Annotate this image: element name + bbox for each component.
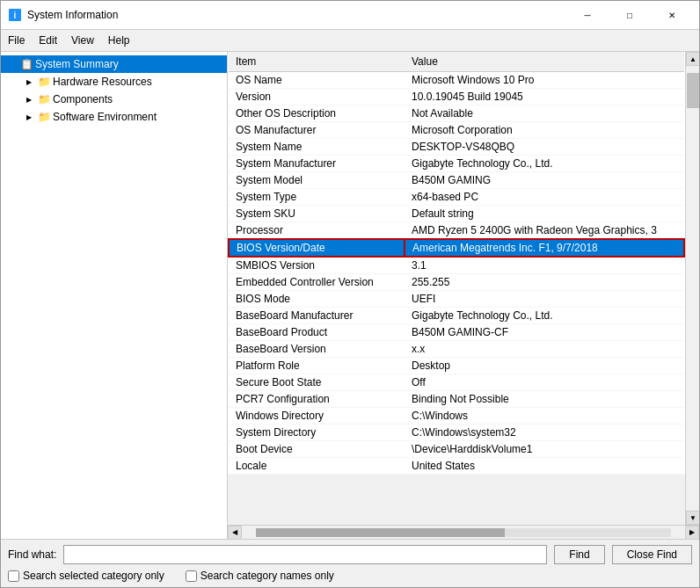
checkbox-category-names-text: Search category names only [201, 570, 334, 582]
table-row[interactable]: BaseBoard Versionx.x [229, 341, 684, 358]
col-header-item: Item [229, 52, 405, 72]
h-scrollbar-thumb[interactable] [256, 528, 505, 537]
table-row[interactable]: BaseBoard ManufacturerGigabyte Technolog… [229, 308, 684, 324]
expand-icon-software-environment: ▶ [22, 110, 36, 124]
table-container[interactable]: Item Value OS NameMicrosoft Windows 10 P… [228, 52, 685, 525]
scroll-left-btn[interactable]: ◀ [228, 526, 242, 540]
table-row[interactable]: Boot Device\Device\HarddiskVolume1 [229, 441, 684, 458]
table-cell-item: Secure Boot State [229, 374, 405, 391]
main-panel: Item Value OS NameMicrosoft Windows 10 P… [228, 52, 699, 539]
table-row[interactable]: System NameDESKTOP-VS48QBQ [229, 139, 684, 156]
table-cell-item: Processor [229, 222, 405, 240]
table-cell-item: BIOS Mode [229, 291, 405, 308]
table-row[interactable]: BIOS Version/DateAmerican Megatrends Inc… [229, 239, 684, 257]
sidebar-label-software-environment: Software Environment [53, 111, 157, 123]
table-cell-value: AMD Ryzen 5 2400G with Radeon Vega Graph… [405, 222, 684, 240]
sidebar-label-system-summary: System Summary [35, 58, 119, 70]
checkbox-selected-category[interactable] [8, 570, 19, 582]
table-row[interactable]: System SKUDefault string [229, 206, 684, 222]
table-row[interactable]: ProcessorAMD Ryzen 5 2400G with Radeon V… [229, 222, 684, 240]
find-label: Find what: [8, 548, 56, 561]
close-button[interactable]: ✕ [652, 6, 692, 24]
folder-icon-system-summary: 📋 [20, 58, 33, 70]
table-cell-item: PCR7 Configuration [229, 391, 405, 408]
table-cell-item: System SKU [229, 206, 405, 222]
table-cell-value: Default string [405, 206, 684, 222]
sidebar-item-components[interactable]: ▶ 📁 Components [1, 91, 227, 108]
folder-icon-hardware-resources: 📁 [38, 76, 51, 88]
table-row[interactable]: SMBIOS Version3.1 [229, 257, 684, 274]
table-cell-item: BaseBoard Version [229, 341, 405, 358]
table-cell-item: BIOS Version/Date [229, 239, 405, 257]
scroll-down-btn[interactable]: ▼ [686, 511, 699, 525]
table-cell-value: B450M GAMING [405, 172, 684, 189]
sidebar-item-system-summary[interactable]: 📋 System Summary [1, 55, 227, 73]
table-row[interactable]: PCR7 ConfigurationBinding Not Possible [229, 391, 684, 408]
table-cell-value: Gigabyte Technology Co., Ltd. [405, 308, 684, 324]
close-find-button[interactable]: Close Find [612, 545, 692, 564]
checkbox-category-names[interactable] [186, 570, 197, 582]
vertical-scrollbar[interactable]: ▲ ▼ [685, 52, 699, 525]
table-row[interactable]: OS ManufacturerMicrosoft Corporation [229, 122, 684, 139]
table-cell-value: Desktop [405, 358, 684, 374]
window-controls: ─ □ ✕ [567, 6, 692, 24]
table-row[interactable]: System ManufacturerGigabyte Technology C… [229, 156, 684, 172]
minimize-button[interactable]: ─ [567, 6, 608, 24]
table-row[interactable]: System Typex64-based PC [229, 189, 684, 206]
table-cell-value: 10.0.19045 Build 19045 [405, 89, 684, 105]
table-row[interactable]: Other OS DescriptionNot Available [229, 105, 684, 122]
table-cell-item: System Name [229, 139, 405, 156]
sidebar-item-hardware-resources[interactable]: ▶ 📁 Hardware Resources [1, 73, 227, 91]
menu-view[interactable]: View [64, 32, 101, 49]
table-cell-item: Boot Device [229, 441, 405, 458]
table-row[interactable]: System DirectoryC:\Windows\system32 [229, 425, 684, 441]
folder-icon-software-environment: 📁 [38, 111, 51, 123]
table-cell-item: Locale [229, 458, 405, 475]
scroll-thumb[interactable] [687, 73, 699, 108]
content-area: 📋 System Summary ▶ 📁 Hardware Resources … [1, 52, 699, 539]
table-cell-item: SMBIOS Version [229, 257, 405, 274]
col-header-value: Value [405, 52, 684, 72]
table-cell-value: Gigabyte Technology Co., Ltd. [405, 156, 684, 172]
table-cell-item: System Manufacturer [229, 156, 405, 172]
table-row[interactable]: OS NameMicrosoft Windows 10 Pro [229, 72, 684, 89]
table-cell-value: B450M GAMING-CF [405, 324, 684, 341]
panel-with-scroll: Item Value OS NameMicrosoft Windows 10 P… [228, 52, 699, 525]
sidebar-item-software-environment[interactable]: ▶ 📁 Software Environment [1, 108, 227, 126]
find-input[interactable] [63, 545, 547, 564]
folder-icon-components: 📁 [38, 93, 51, 105]
find-button[interactable]: Find [554, 545, 604, 564]
table-row[interactable]: BIOS ModeUEFI [229, 291, 684, 308]
table-row[interactable]: Windows DirectoryC:\Windows [229, 408, 684, 425]
table-row[interactable]: Platform RoleDesktop [229, 358, 684, 374]
window-title: System Information [27, 9, 118, 21]
title-bar: i System Information ─ □ ✕ [1, 1, 699, 30]
scroll-track [686, 66, 699, 511]
checkbox-label-selected-category[interactable]: Search selected category only [8, 570, 164, 582]
table-cell-item: OS Manufacturer [229, 122, 405, 139]
table-row[interactable]: LocaleUnited States [229, 458, 684, 475]
table-row[interactable]: System ModelB450M GAMING [229, 172, 684, 189]
menu-edit[interactable]: Edit [32, 32, 64, 49]
table-row[interactable]: Secure Boot StateOff [229, 374, 684, 391]
table-row[interactable]: Embedded Controller Version255.255 [229, 274, 684, 291]
table-cell-value: 3.1 [405, 257, 684, 274]
checkbox-row: Search selected category only Search cat… [8, 570, 692, 582]
table-row[interactable]: BaseBoard ProductB450M GAMING-CF [229, 324, 684, 341]
table-cell-item: OS Name [229, 72, 405, 89]
scroll-up-btn[interactable]: ▲ [686, 52, 699, 66]
table-cell-value: Microsoft Windows 10 Pro [405, 72, 684, 89]
table-cell-value: 255.255 [405, 274, 684, 291]
table-row[interactable]: Version10.0.19045 Build 19045 [229, 89, 684, 105]
checkbox-label-category-names[interactable]: Search category names only [186, 570, 334, 582]
menu-file[interactable]: File [1, 32, 32, 49]
maximize-button[interactable]: □ [609, 6, 650, 24]
table-cell-value: Microsoft Corporation [405, 122, 684, 139]
sidebar-label-components: Components [53, 93, 113, 105]
table-cell-value: Off [405, 374, 684, 391]
horizontal-scrollbar[interactable]: ◀ ▶ [228, 525, 699, 539]
table-cell-item: System Type [229, 189, 405, 206]
menu-help[interactable]: Help [101, 32, 137, 49]
scroll-right-btn[interactable]: ▶ [685, 526, 699, 540]
checkbox-selected-category-text: Search selected category only [23, 570, 164, 582]
